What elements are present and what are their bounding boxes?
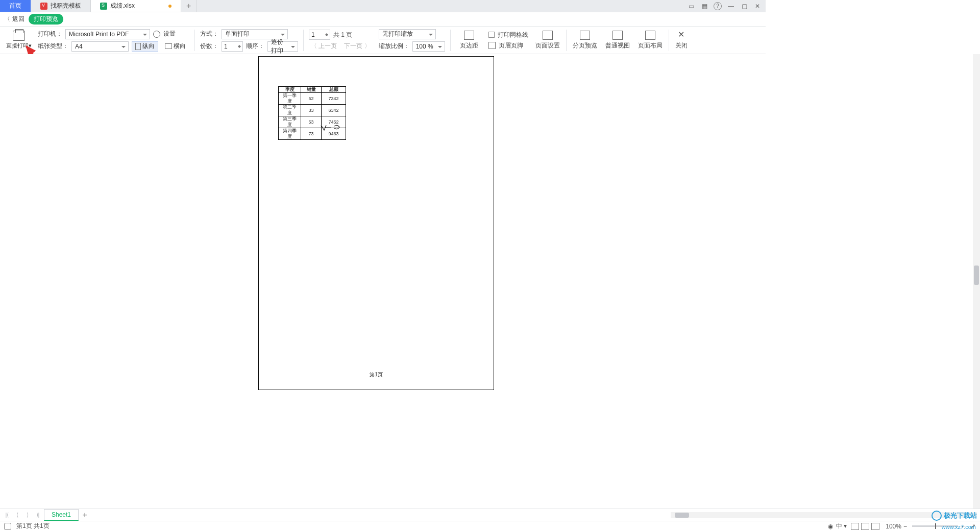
- normal-view-icon: [612, 31, 623, 40]
- page-layout-icon: [645, 31, 655, 40]
- minimize-button[interactable]: —: [727, 2, 735, 10]
- printer-value: Microsoft Print to PDF: [69, 31, 129, 38]
- page-footer: 第1页: [259, 371, 494, 378]
- paper-value: A4: [75, 43, 83, 50]
- tab-templates-label: 找稻壳模板: [51, 2, 81, 10]
- paper-select[interactable]: A4: [71, 41, 129, 52]
- zoom-ratio-value: 100 %: [416, 43, 433, 50]
- close-window-button[interactable]: ✕: [753, 2, 762, 10]
- prev-page-button[interactable]: 〈 上一页: [309, 42, 339, 51]
- orientation-landscape[interactable]: 横向: [161, 41, 189, 52]
- separator: [450, 30, 451, 51]
- portrait-label: 纵向: [142, 42, 155, 51]
- tab-add[interactable]: +: [181, 0, 197, 12]
- table-row: 第一季度527342: [279, 93, 346, 105]
- separator: [194, 30, 195, 51]
- chevron-left-icon: 〈: [4, 15, 10, 23]
- grid-label: 打印网格线: [498, 31, 528, 39]
- preview-header-row: 〈 返回 打印预览: [0, 12, 766, 27]
- paginate-label: 分页预览: [573, 41, 597, 50]
- zoom-ratio-label: 缩放比例：: [379, 42, 409, 51]
- page-layout-label: 页面布局: [638, 41, 663, 50]
- template-icon: [40, 3, 47, 10]
- th-sales: 销量: [301, 87, 322, 93]
- margins-icon: [464, 31, 474, 40]
- grid-checkbox[interactable]: [488, 32, 495, 38]
- gear-icon: [153, 31, 160, 38]
- tab-document[interactable]: 成绩.xlsx: [91, 0, 181, 12]
- separator: [669, 30, 669, 51]
- close-icon: ✕: [676, 31, 687, 40]
- th-quarter: 季度: [279, 87, 301, 93]
- page-total: 共 1 页: [333, 31, 352, 39]
- normal-view-label: 普通视图: [605, 41, 630, 50]
- tab-home-label: 首页: [9, 2, 21, 10]
- direct-print-label: 直接打印▾: [6, 42, 32, 50]
- tab-home[interactable]: 首页: [0, 0, 31, 12]
- orientation-portrait[interactable]: 纵向: [132, 41, 158, 52]
- preview-area: 季度 销量 总额 第一季度527342 第二季度336342 第三季度53745…: [0, 54, 766, 415]
- scale-select[interactable]: 无打印缩放: [379, 29, 436, 39]
- cursor-scribble-icon: [319, 123, 344, 132]
- next-page-button[interactable]: 下一页 〉: [342, 42, 372, 51]
- unsaved-dot-icon: [168, 5, 172, 8]
- copies-stepper[interactable]: 1: [222, 41, 243, 52]
- maximize-button[interactable]: ▢: [740, 2, 748, 10]
- print-mode-value: 单面打印: [225, 30, 250, 38]
- copies-value: 1: [224, 43, 228, 50]
- spreadsheet-icon: [100, 3, 107, 10]
- portrait-icon: [135, 43, 141, 50]
- order-select[interactable]: 逐份打印: [267, 41, 298, 52]
- top-tab-bar: 首页 找稻壳模板 成绩.xlsx + ▭ ▦ ? — ▢ ✕: [0, 0, 766, 12]
- back-label: 返回: [12, 15, 24, 23]
- page-layout-button[interactable]: 页面布局: [634, 31, 667, 50]
- paper-page: 季度 销量 总额 第一季度527342 第二季度336342 第三季度53745…: [258, 56, 494, 390]
- margins-label: 页边距: [460, 41, 478, 50]
- table-row: 第二季度336342: [279, 105, 346, 116]
- landscape-icon: [165, 43, 172, 49]
- normal-view-button[interactable]: 普通视图: [601, 31, 634, 50]
- close-label: 关闭: [675, 41, 688, 50]
- copies-label: 份数：: [200, 42, 218, 51]
- separator: [303, 30, 304, 51]
- printer-label: 打印机：: [38, 30, 62, 38]
- print-mode-label: 方式：: [200, 30, 218, 38]
- close-preview-button[interactable]: ✕关闭: [671, 31, 692, 50]
- print-preview-label: 打印预览: [34, 15, 58, 22]
- separator: [566, 30, 567, 51]
- scale-value: 无打印缩放: [382, 30, 413, 38]
- tab-document-label: 成绩.xlsx: [110, 2, 135, 10]
- zoom-ratio-select[interactable]: 100 %: [412, 41, 445, 52]
- direct-print-button[interactable]: 直接打印▾: [3, 31, 35, 50]
- margins-button[interactable]: 页边距: [456, 31, 482, 50]
- header-footer-icon: [488, 42, 496, 49]
- print-preview-pill: 打印预览: [29, 14, 63, 25]
- th-total: 总额: [322, 87, 346, 93]
- back-button[interactable]: 〈 返回: [4, 15, 24, 23]
- page-setup-label: 页面设置: [535, 41, 560, 50]
- page-number-stepper[interactable]: 1: [309, 30, 330, 40]
- printer-settings-button[interactable]: 设置: [163, 30, 176, 38]
- paginate-icon: [580, 31, 590, 40]
- page-setup-icon: [543, 31, 553, 40]
- print-toolbar: 直接打印▾ 打印机： Microsoft Print to PDF 设置 纸张类…: [0, 27, 766, 54]
- header-footer-button[interactable]: 页眉页脚: [499, 41, 523, 50]
- order-value: 逐份打印: [271, 38, 288, 55]
- help-icon[interactable]: ?: [714, 2, 722, 10]
- grid-icon[interactable]: ▦: [700, 2, 708, 10]
- page-setup-button[interactable]: 页面设置: [531, 31, 564, 50]
- page-number-value: 1: [311, 31, 315, 38]
- paper-label: 纸张类型：: [38, 42, 68, 51]
- window-controls: ▭ ▦ ? — ▢ ✕: [687, 0, 766, 12]
- layout-icon[interactable]: ▭: [687, 2, 695, 10]
- order-label: 顺序：: [246, 42, 264, 51]
- printer-icon: [13, 31, 25, 41]
- tab-templates[interactable]: 找稻壳模板: [31, 0, 91, 12]
- landscape-label: 横向: [174, 42, 186, 51]
- paginate-preview-button[interactable]: 分页预览: [569, 31, 601, 50]
- printer-select[interactable]: Microsoft Print to PDF: [65, 29, 150, 39]
